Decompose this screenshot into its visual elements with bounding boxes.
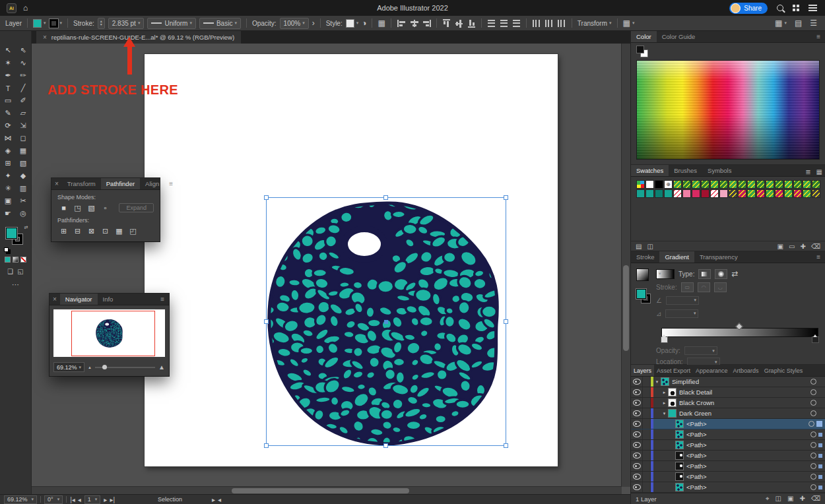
slice-tool[interactable]: ✂ xyxy=(16,195,31,207)
fill-proxy[interactable] xyxy=(6,228,17,239)
visibility-toggle[interactable] xyxy=(631,419,643,429)
visibility-toggle[interactable] xyxy=(631,377,643,387)
apps-grid-icon[interactable] xyxy=(793,5,795,7)
disclosure-triangle[interactable]: ▾ xyxy=(661,411,668,416)
crop-icon[interactable]: ⊡ xyxy=(99,226,112,236)
vertical-scrollbar-thumb[interactable] xyxy=(623,265,629,351)
gradient-tool[interactable]: ▧ xyxy=(16,157,31,170)
zoom-slider[interactable] xyxy=(95,367,155,368)
variable-width-profile-dropdown[interactable]: Uniform xyxy=(147,18,196,29)
gradient-angle-field[interactable] xyxy=(666,296,699,305)
tab-stroke[interactable]: Stroke xyxy=(631,251,659,263)
zoom-slider-thumb[interactable] xyxy=(102,365,107,369)
swatch[interactable] xyxy=(673,180,682,189)
swatch[interactable] xyxy=(756,189,765,198)
merge-icon[interactable]: ⊠ xyxy=(85,226,98,236)
opacity-field[interactable]: 100% xyxy=(280,18,309,29)
tab-brushes[interactable]: Brushes xyxy=(669,165,702,176)
edit-toolbar-icon[interactable]: ⋯ xyxy=(0,280,31,289)
swatch[interactable] xyxy=(738,189,746,198)
hand-tool[interactable]: ☛ xyxy=(1,207,16,220)
swatch[interactable] xyxy=(710,180,719,189)
swatch[interactable] xyxy=(655,180,663,189)
shape-builder-tool[interactable]: ◈ xyxy=(1,144,16,157)
disclosure-triangle[interactable]: ▸ xyxy=(661,400,668,406)
locate-object-icon[interactable]: ⌖ xyxy=(766,495,770,503)
swatch[interactable] xyxy=(701,180,710,189)
layer-row[interactable]: <Path> xyxy=(631,461,825,472)
target-circle[interactable] xyxy=(810,442,816,448)
target-circle[interactable] xyxy=(810,389,816,395)
make-clipping-mask-icon[interactable]: ◫ xyxy=(776,495,781,503)
layer-row[interactable]: <Path> xyxy=(631,482,825,493)
color-mode-icon[interactable] xyxy=(5,257,11,263)
blend-tool[interactable]: ◆ xyxy=(16,170,31,182)
search-icon[interactable] xyxy=(777,5,783,11)
swatch[interactable]: ⊕ xyxy=(664,180,673,189)
free-transform-tool[interactable]: ◻ xyxy=(16,132,31,144)
rectangle-tool[interactable]: ▭ xyxy=(1,94,16,107)
pencil-tool[interactable]: ✎ xyxy=(1,107,16,119)
column-graph-tool[interactable]: ▥ xyxy=(16,182,31,195)
disclosure-triangle[interactable]: ▸ xyxy=(661,390,668,395)
tab-symbols[interactable]: Symbols xyxy=(702,165,737,176)
canvas[interactable]: × TransformPathfinderAlign ≡ Shape Modes… xyxy=(31,44,630,495)
show-swatch-kinds-icon[interactable]: ◫ xyxy=(647,243,653,250)
visibility-toggle[interactable] xyxy=(631,387,643,397)
lock-toggle[interactable] xyxy=(643,408,651,418)
app-bar-menu-icon[interactable]: ☰ xyxy=(810,18,817,28)
share-button[interactable]: Share xyxy=(729,3,768,14)
horizontal-align-left-icon[interactable] xyxy=(397,19,407,28)
scale-tool[interactable]: ⇲ xyxy=(16,119,31,132)
curvature-tool[interactable]: ✏ xyxy=(16,69,31,82)
reptile-scales-artwork[interactable] xyxy=(264,195,508,447)
swatch[interactable] xyxy=(793,189,802,198)
visibility-toggle[interactable] xyxy=(631,482,643,492)
horizontal-distribute-center-icon[interactable] xyxy=(544,18,553,28)
close-panel-icon[interactable]: × xyxy=(50,296,60,303)
stop-opacity-field[interactable] xyxy=(684,346,717,355)
transform-dropdown[interactable]: Transform xyxy=(578,20,612,27)
target-circle[interactable] xyxy=(810,431,816,437)
panel-menu-icon[interactable]: ≡ xyxy=(164,180,178,187)
delete-swatch-icon[interactable]: ⌫ xyxy=(811,243,820,250)
fill-color-dropdown[interactable] xyxy=(33,19,46,28)
tab-appearance[interactable]: Appearance xyxy=(693,365,731,376)
draw-normal-icon[interactable]: ❑ xyxy=(7,268,13,275)
lock-toggle[interactable] xyxy=(643,482,651,492)
home-icon[interactable]: ⌂ xyxy=(23,3,28,13)
vertical-scrollbar[interactable] xyxy=(621,44,630,487)
expand-button[interactable]: Expand xyxy=(119,203,154,212)
document-tab[interactable]: × reptilians-rule-SCREEN-GUIDE-E...al* @… xyxy=(36,30,241,44)
tab-navigator[interactable]: Navigator xyxy=(60,294,98,305)
graphic-style-dropdown[interactable] xyxy=(346,19,359,28)
vertical-distribute-top-icon[interactable] xyxy=(486,19,496,28)
tab-align[interactable]: Align xyxy=(140,178,164,189)
target-circle[interactable] xyxy=(808,421,814,427)
recolor-artwork-icon[interactable]: ◑ xyxy=(362,18,366,28)
perspective-grid-tool[interactable]: ▦ xyxy=(16,144,31,157)
minus-front-icon[interactable]: ◳ xyxy=(71,203,84,212)
layer-row[interactable]: ▸Black Crown xyxy=(631,398,825,408)
swatch[interactable] xyxy=(701,189,710,198)
play-forward-icon[interactable]: ▸ xyxy=(212,496,215,503)
vertical-align-bottom-icon[interactable] xyxy=(467,18,476,28)
rotation-field[interactable]: 0° xyxy=(44,495,63,504)
trim-icon[interactable]: ⊟ xyxy=(71,226,84,236)
lock-toggle[interactable] xyxy=(643,472,651,482)
grid-view-icon[interactable]: ▦ xyxy=(814,168,825,175)
fill-stroke-proxy[interactable] xyxy=(636,46,649,57)
swatch[interactable] xyxy=(682,180,691,189)
tab-asset-export[interactable]: Asset Export xyxy=(654,365,693,376)
horizontal-align-right-icon[interactable] xyxy=(422,19,432,28)
swatch[interactable] xyxy=(766,180,774,189)
swatch-options-icon[interactable]: ▣ xyxy=(777,243,783,250)
zoom-out-icon[interactable]: ▲ xyxy=(88,365,92,369)
type-tool[interactable]: T xyxy=(1,82,16,94)
close-panel-icon[interactable]: × xyxy=(51,180,62,187)
tab-swatches[interactable]: Swatches xyxy=(631,165,669,176)
gradient-proxy[interactable] xyxy=(636,268,649,281)
intersect-icon[interactable]: ▧ xyxy=(85,203,98,212)
unite-icon[interactable]: ■ xyxy=(57,203,70,212)
stroke-across-button[interactable]: ◡ xyxy=(714,282,727,292)
